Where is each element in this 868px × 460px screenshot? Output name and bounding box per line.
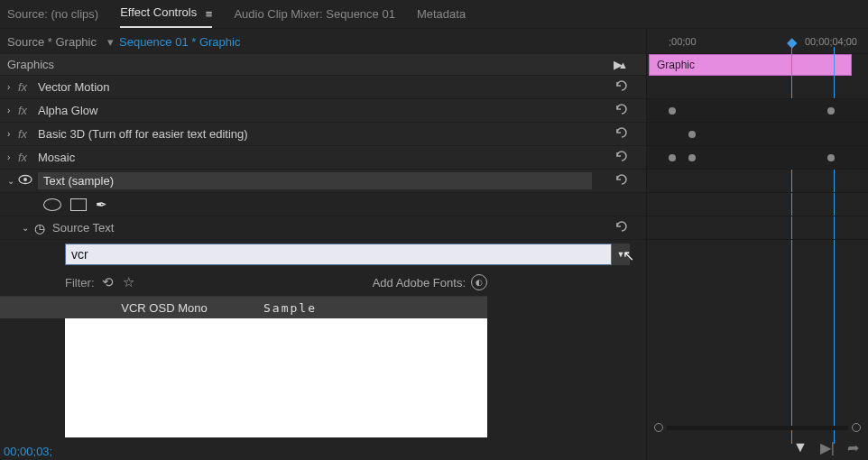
- effect-row-text-sample[interactable]: ⌄ Text (sample): [0, 170, 646, 193]
- timeline-track[interactable]: [647, 193, 868, 216]
- add-fonts-label: Add Adobe Fonts:: [373, 276, 466, 290]
- expand-icon[interactable]: ⌄: [22, 223, 34, 233]
- font-result-name: VCR OSD Mono: [65, 301, 263, 315]
- fx-badge-icon[interactable]: fx: [18, 80, 38, 94]
- reset-effect-button[interactable]: [615, 150, 630, 165]
- graphics-section-header: Graphics ▲: [0, 54, 646, 76]
- effect-row-basic-3d[interactable]: › fx Basic 3D (Turn off for easier text …: [0, 123, 646, 146]
- timeline-track-basic3d[interactable]: [647, 123, 868, 146]
- timeline-ruler[interactable]: ;00;00 00;00;04;00 ◆: [647, 29, 868, 54]
- timeline-footer-icons: ▼ ▶| ➦: [793, 439, 859, 456]
- effect-row-vector-motion[interactable]: › fx Vector Motion: [0, 76, 646, 99]
- visibility-toggle-icon[interactable]: [18, 174, 38, 188]
- fx-badge-icon[interactable]: fx: [18, 127, 38, 141]
- timeline-track[interactable]: [647, 216, 868, 240]
- timeline-track[interactable]: [647, 170, 868, 193]
- stopwatch-icon[interactable]: ◷: [34, 221, 45, 235]
- timeline-track-mosaic[interactable]: [647, 146, 868, 170]
- zoom-handle-left[interactable]: [654, 423, 663, 432]
- tab-label: Effect Controls: [120, 5, 197, 19]
- favorite-filter-icon[interactable]: ☆: [123, 274, 134, 290]
- timeline-clip-graphic[interactable]: Graphic: [649, 54, 852, 76]
- hamburger-icon[interactable]: ≡: [206, 7, 213, 21]
- expand-icon[interactable]: ⌄: [7, 176, 18, 186]
- ruler-tick-0: ;00;00: [669, 36, 697, 47]
- zoom-handle-right[interactable]: [852, 423, 861, 432]
- tab-source-monitor[interactable]: Source: (no clips): [7, 2, 98, 26]
- expand-icon[interactable]: ›: [7, 106, 18, 115]
- source-sequence-breadcrumb: Source * Graphic ▾ Sequence 01 * Graphic…: [0, 29, 646, 54]
- effect-label: Basic 3D (Turn off for easier text editi…: [38, 127, 248, 141]
- timeline-zoom-scrollbar[interactable]: [654, 422, 861, 433]
- reset-effect-button[interactable]: [615, 126, 630, 142]
- svg-point-1: [23, 178, 27, 181]
- chevron-down-icon[interactable]: ▾: [107, 35, 114, 49]
- text-layer-name[interactable]: Text (sample): [38, 172, 592, 189]
- playhead-icon[interactable]: ◆: [787, 34, 798, 51]
- font-filter-row: Filter: ⟲ ☆ Add Adobe Fonts: ◐: [0, 269, 487, 297]
- effect-label: Mosaic: [38, 151, 75, 164]
- expand-icon[interactable]: ›: [7, 129, 18, 139]
- keyframe-icon[interactable]: [669, 154, 676, 161]
- expand-icon[interactable]: ›: [7, 82, 18, 92]
- source-clip-label: Source * Graphic: [7, 35, 97, 49]
- add-adobe-fonts-link[interactable]: Add Adobe Fonts: ◐: [373, 274, 487, 290]
- play-only-icon[interactable]: ▶|: [820, 439, 835, 456]
- tab-effect-controls[interactable]: Effect Controls ≡: [120, 0, 212, 27]
- filter-label: Filter:: [65, 276, 95, 290]
- font-family-row: ▼ ↖: [0, 240, 646, 269]
- sequence-clip-link[interactable]: Sequence 01 * Graphic: [119, 35, 240, 49]
- tab-audio-clip-mixer[interactable]: Audio Clip Mixer: Sequence 01: [234, 2, 395, 26]
- export-icon[interactable]: ➦: [847, 439, 859, 456]
- reset-effect-button[interactable]: [615, 103, 630, 118]
- keyframe-icon[interactable]: [827, 154, 835, 161]
- creative-cloud-icon: ◐: [471, 274, 487, 290]
- font-result-row[interactable]: VCR OSD Mono Sample: [0, 297, 487, 318]
- keyframe-icon[interactable]: [827, 107, 835, 115]
- fx-badge-icon[interactable]: fx: [18, 104, 38, 117]
- keyframe-icon[interactable]: [669, 107, 676, 115]
- font-family-input[interactable]: [65, 244, 612, 265]
- effect-row-mosaic[interactable]: › fx Mosaic: [0, 146, 646, 170]
- effect-row-alpha-glow[interactable]: › fx Alpha Glow: [0, 99, 646, 123]
- effect-controls-panel: Source * Graphic ▾ Sequence 01 * Graphic…: [0, 29, 646, 460]
- typekit-filter-icon[interactable]: ⟲: [102, 274, 114, 290]
- reset-property-button[interactable]: [615, 220, 630, 235]
- ellipse-mask-icon[interactable]: [43, 198, 61, 211]
- zoom-bar[interactable]: [667, 426, 848, 430]
- rectangle-mask-icon[interactable]: [70, 198, 87, 211]
- timeline-track-alpha-glow[interactable]: [647, 99, 868, 123]
- reset-effect-button[interactable]: [615, 79, 630, 95]
- graphics-header-label: Graphics: [7, 58, 54, 71]
- keyframe-icon[interactable]: [688, 131, 696, 138]
- pen-mask-icon[interactable]: ✒: [96, 197, 107, 213]
- font-result-sample: Sample: [263, 301, 317, 315]
- timeline-track[interactable]: [647, 76, 868, 99]
- property-row-source-text[interactable]: ⌄ ◷ Source Text: [0, 216, 646, 240]
- tab-metadata[interactable]: Metadata: [417, 2, 466, 26]
- current-timecode[interactable]: 00;00;03;: [4, 445, 52, 458]
- property-label: Source Text: [52, 221, 114, 235]
- font-preview-area: [65, 318, 487, 437]
- mask-shape-tools: ✒: [0, 193, 646, 216]
- expand-icon[interactable]: ›: [7, 152, 18, 162]
- effect-label: Alpha Glow: [38, 104, 97, 117]
- panel-tabs: Source: (no clips) Effect Controls ≡ Aud…: [0, 0, 868, 29]
- ruler-tick-1: 00;00;04;00: [805, 36, 857, 47]
- collapse-caret-icon[interactable]: ▲: [618, 60, 628, 70]
- font-dropdown-button[interactable]: ▼: [612, 244, 630, 265]
- fx-badge-icon[interactable]: fx: [18, 151, 38, 164]
- keyframe-icon[interactable]: [688, 154, 696, 161]
- effect-timeline-panel: ;00;00 00;00;04;00 ◆ Graphic ▼: [646, 29, 868, 460]
- filter-icon[interactable]: ▼: [793, 439, 808, 456]
- effect-label: Vector Motion: [38, 80, 110, 94]
- reset-effect-button[interactable]: [615, 173, 630, 189]
